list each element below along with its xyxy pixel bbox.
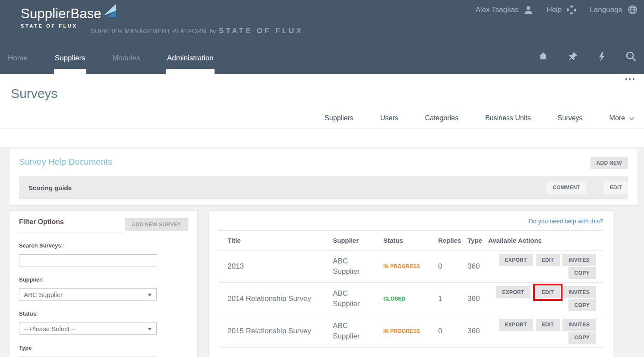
content-section: Survey Help Documents ADD NEW Scoring gu… xyxy=(0,147,644,357)
add-new-button[interactable]: ADD NEW xyxy=(590,157,628,169)
col-title: Title xyxy=(219,237,333,244)
table-row: 2015 Relationship Survey ABC Supplier IN… xyxy=(219,315,603,348)
search-surveys-input[interactable] xyxy=(19,254,157,266)
tagline-by: by xyxy=(210,28,216,34)
invites-button[interactable]: INVITES xyxy=(562,286,596,298)
export-button[interactable]: EXPORT xyxy=(499,319,533,331)
help-menu[interactable]: Help xyxy=(546,5,577,15)
export-button[interactable]: EXPORT xyxy=(499,254,533,266)
status-label: Status: xyxy=(19,310,188,317)
supplier-select[interactable]: ABC Supplier xyxy=(19,288,157,301)
edit-button[interactable]: EDIT xyxy=(536,319,560,331)
actions-cell: EXPORT EDIT INVITES COPY xyxy=(487,254,603,279)
help-documents-title: Survey Help Documents xyxy=(19,157,112,167)
export-button[interactable]: EXPORT xyxy=(496,286,530,298)
actions-cell: EXPORT EDIT INVITES COPY xyxy=(487,286,603,311)
user-name: Alex Tsagkas xyxy=(476,6,519,14)
bell-icon[interactable] xyxy=(537,51,549,63)
comment-button[interactable]: COMMENT xyxy=(546,182,586,194)
survey-supplier: ABC Supplier xyxy=(333,256,383,277)
need-help-link[interactable]: Do you need help with this? xyxy=(219,218,603,225)
status-select[interactable]: -- Please Select -- xyxy=(19,323,157,335)
overflow-dots-menu[interactable]: ••• xyxy=(625,76,636,82)
nav-item-administration[interactable]: Administration xyxy=(167,44,214,75)
supplier-select-value: ABC Supplier xyxy=(24,291,63,298)
table-row: 2013 ABC Supplier IN PROGRESS 0 360 EXPO… xyxy=(219,251,603,283)
survey-type: 360 xyxy=(467,294,487,303)
pin-icon[interactable] xyxy=(567,51,578,62)
search-icon[interactable] xyxy=(625,50,637,63)
secnav-item-suppliers[interactable]: Suppliers xyxy=(325,114,354,122)
document-name: Scoring guide xyxy=(28,184,546,191)
tagline-platform: SUPPLIER MANAGEMENT PLATFORM xyxy=(91,28,207,34)
top-bar: SupplierBase STATE OF FLUX SUPPLIER MANA… xyxy=(0,0,644,44)
supplierbase-logo[interactable]: SupplierBase STATE OF FLUX xyxy=(21,7,117,28)
survey-supplier: ABC Supplier xyxy=(333,321,383,341)
survey-title: 2015 Relationship Survey xyxy=(219,327,333,335)
survey-replies: 1 xyxy=(438,294,467,303)
lightning-icon[interactable] xyxy=(597,51,607,63)
language-label: Language xyxy=(590,6,622,14)
secnav-item-business-units[interactable]: Business Units xyxy=(485,114,531,122)
chevron-down-icon xyxy=(629,117,635,121)
help-label: Help xyxy=(546,6,562,14)
supplier-label: Supplier: xyxy=(19,276,188,283)
col-replies: Replies xyxy=(438,237,467,244)
invites-button[interactable]: INVITES xyxy=(562,254,596,266)
copy-button[interactable]: COPY xyxy=(568,332,596,344)
page-title: Surveys xyxy=(11,86,57,101)
status-badge: IN PROGRESS xyxy=(383,263,438,269)
status-badge: IN PROGRESS xyxy=(383,328,438,334)
status-badge: CLOSED xyxy=(383,296,438,302)
more-label: More xyxy=(609,114,625,122)
secnav-item-more[interactable]: More xyxy=(609,114,635,122)
secnav-item-users[interactable]: Users xyxy=(380,114,398,122)
user-account[interactable]: Alex Tsagkas xyxy=(476,5,534,15)
search-surveys-label: Search Surveys: xyxy=(19,242,188,249)
type-label: Type xyxy=(19,344,188,351)
nav-item-home[interactable]: Home xyxy=(8,44,27,75)
add-new-survey-button[interactable]: ADD NEW SURVEY xyxy=(125,218,188,231)
edit-button[interactable]: EDIT xyxy=(536,254,560,266)
logo-arrow-icon xyxy=(103,3,117,22)
secnav-item-categories[interactable]: Categories xyxy=(425,114,458,122)
col-available-actions: Available Actions xyxy=(487,237,603,244)
col-status: Status xyxy=(383,237,438,244)
survey-type: 360 xyxy=(467,262,487,271)
lifebuoy-icon xyxy=(566,5,577,15)
survey-title: 2014 Relationship Survey xyxy=(219,294,333,303)
help-document-row: Scoring guide COMMENT EDIT xyxy=(19,176,628,199)
survey-title: 2013 xyxy=(219,262,333,271)
table-row: 2014 Relationship Survey ABC Supplier CL… xyxy=(219,283,603,315)
nav-icon-group xyxy=(519,44,637,69)
copy-button[interactable]: COPY xyxy=(568,267,596,279)
highlight-annotation-box: EDIT xyxy=(533,284,563,301)
globe-icon xyxy=(627,4,638,15)
survey-type: 360 xyxy=(467,327,487,335)
language-menu[interactable]: Language xyxy=(590,4,638,15)
nav-item-modules[interactable]: Modules xyxy=(112,44,140,75)
secnav-item-surveys[interactable]: Surveys xyxy=(558,114,583,122)
copy-button[interactable]: COPY xyxy=(568,299,596,311)
logo-name: SupplierBase xyxy=(21,7,101,20)
main-nav: Home Suppliers Modules Administration xyxy=(0,44,644,74)
invites-button[interactable]: INVITES xyxy=(562,319,596,331)
status-select-value: -- Please Select -- xyxy=(24,325,76,332)
col-supplier: Supplier xyxy=(333,237,383,244)
tagline-company: STATE OF FLUX xyxy=(219,27,303,35)
edit-document-button[interactable]: EDIT xyxy=(603,182,628,194)
surveys-table-panel: Do you need help with this? Title Suppli… xyxy=(208,210,613,357)
survey-supplier: ABC Supplier xyxy=(333,288,383,309)
dropdown-arrow-icon xyxy=(148,294,152,296)
table-header-row: Title Supplier Status Replies Type Avail… xyxy=(219,231,603,251)
col-type: Type xyxy=(467,237,487,244)
survey-replies: 0 xyxy=(438,327,467,335)
actions-cell: EXPORT EDIT INVITES COPY xyxy=(487,319,603,344)
secondary-nav: Suppliers Users Categories Business Unit… xyxy=(0,108,644,128)
user-menu: Alex Tsagkas Help Language xyxy=(463,4,638,15)
platform-tagline: SUPPLIER MANAGEMENT PLATFORM by STATE OF… xyxy=(91,27,303,35)
filter-options-panel: Filter Options ADD NEW SURVEY Search Sur… xyxy=(9,210,198,357)
nav-item-suppliers[interactable]: Suppliers xyxy=(55,44,85,75)
edit-button[interactable]: EDIT xyxy=(536,286,560,298)
filter-options-title: Filter Options xyxy=(19,218,64,225)
